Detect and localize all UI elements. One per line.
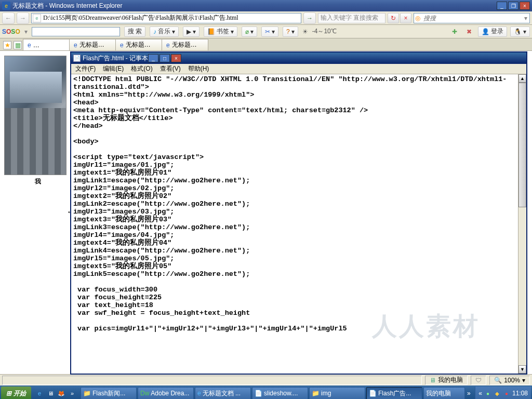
forward-button[interactable]: → bbox=[17, 12, 29, 24]
capture-button[interactable]: ✂▾ bbox=[261, 26, 278, 37]
scroll-up-button[interactable]: ▲ bbox=[518, 74, 526, 83]
scroll-down-button[interactable]: ▼ bbox=[518, 365, 526, 374]
notepad-minimize-button[interactable]: _ bbox=[148, 54, 158, 62]
restore-button[interactable]: ❐ bbox=[508, 2, 518, 10]
status-zone-mycomputer: 🖥我的电脑 bbox=[425, 376, 468, 385]
soso-dropdown-icon[interactable]: ▾ bbox=[24, 28, 28, 35]
tab-bar: ★ ▦ e… e无标题… e无标题… e无标题… bbox=[0, 38, 532, 51]
tab-page-icon: e bbox=[120, 42, 124, 49]
tab-4[interactable]: e无标题… bbox=[162, 39, 208, 50]
favorites-icon[interactable]: ★ bbox=[3, 41, 11, 49]
notepad-body: <!DOCTYPE html PUBLIC "-//W3C//DTD XHTML… bbox=[71, 74, 526, 374]
dw-icon: Dw bbox=[140, 390, 149, 397]
notepad-titlebar[interactable]: 📄 Flash广告.html - 记事本 _ □ × bbox=[71, 52, 526, 64]
tab-2[interactable]: e无标题… bbox=[69, 39, 116, 50]
url-input[interactable] bbox=[42, 14, 301, 22]
url-field-wrap: e bbox=[31, 13, 301, 23]
menu-edit[interactable]: 编辑(E) bbox=[100, 63, 127, 74]
address-bar: ← → e → 输入关键字 直接搜索 ↻ × ◎ ▾ bbox=[0, 11, 532, 25]
tray-record-icon[interactable]: ● bbox=[503, 390, 510, 397]
menu-view[interactable]: 查看(V) bbox=[157, 63, 184, 74]
toolbar-close-button[interactable]: ✖ bbox=[463, 26, 475, 37]
notepad-maximize-button[interactable]: □ bbox=[159, 54, 170, 62]
flash-preview: 我 bbox=[4, 56, 72, 188]
close-button[interactable]: × bbox=[520, 2, 530, 10]
ql-ie-icon[interactable]: e bbox=[34, 388, 45, 398]
soso-search-input[interactable] bbox=[32, 27, 120, 36]
flash-caption: 我 bbox=[4, 175, 72, 188]
zoom-control[interactable]: 🔍100%▾ bbox=[489, 376, 530, 385]
menu-file[interactable]: 文件(F) bbox=[72, 63, 99, 74]
ie-title-text: 无标题文档 - Windows Internet Explorer bbox=[12, 2, 122, 10]
scroll-thumb[interactable] bbox=[518, 83, 526, 207]
quick-launch: e 🖥 🦊 » bbox=[32, 388, 79, 398]
add-button[interactable]: ✚ bbox=[449, 26, 460, 37]
music-button[interactable]: ♪音乐▾ bbox=[150, 26, 179, 37]
ql-firefox-icon[interactable]: 🦊 bbox=[56, 388, 66, 398]
page-icon: e bbox=[33, 14, 41, 22]
minimize-button[interactable]: _ bbox=[497, 2, 507, 10]
ql-desktop-icon[interactable]: 🖥 bbox=[45, 388, 56, 398]
tray-volume-icon[interactable]: ● bbox=[484, 390, 491, 397]
status-message bbox=[2, 376, 422, 385]
task-mycomputer[interactable]: 我的电脑 bbox=[423, 387, 465, 399]
search-input[interactable] bbox=[421, 15, 522, 22]
soso-search-button[interactable]: 搜 索 bbox=[124, 26, 145, 37]
keyword-hint[interactable]: 输入关键字 直接搜索 bbox=[318, 13, 385, 23]
menu-format[interactable]: 格式(O) bbox=[128, 63, 155, 74]
tray-expand-button[interactable]: « bbox=[478, 390, 482, 397]
weather-text: -4～10℃ bbox=[312, 27, 337, 36]
task-img[interactable]: 📁img bbox=[309, 387, 365, 399]
folder-icon: 📁 bbox=[83, 390, 91, 397]
search-provider-icon: ◎ bbox=[415, 15, 420, 22]
task-ie-doc[interactable]: e无标题文档 ... bbox=[195, 387, 251, 399]
tab-page-icon: e bbox=[28, 42, 31, 49]
flash-image bbox=[4, 56, 66, 175]
refresh-button[interactable]: ↻ bbox=[388, 13, 399, 23]
page-button[interactable]: ?▾ bbox=[283, 26, 298, 37]
zoom-icon: 🔍 bbox=[494, 377, 502, 384]
file-icon: 📄 bbox=[255, 390, 262, 397]
login-button[interactable]: 👤登录 bbox=[478, 26, 507, 37]
system-tray: « ● ◆ ● 11:08 bbox=[475, 387, 531, 399]
notepad-close-button[interactable]: × bbox=[171, 54, 181, 62]
tray-shield-icon[interactable]: ◆ bbox=[494, 390, 501, 397]
go-button[interactable]: → bbox=[303, 12, 316, 24]
task-slideshow[interactable]: 📄slideshow.... bbox=[252, 387, 308, 399]
tab-2-label: 无标题… bbox=[79, 41, 104, 49]
ql-more-icon[interactable]: » bbox=[67, 388, 77, 398]
tab-1[interactable]: e… bbox=[23, 39, 70, 50]
block-button[interactable]: ⌀▾ bbox=[242, 26, 257, 37]
task-flash-news[interactable]: 📁Flash新闻... bbox=[81, 387, 137, 399]
tray-clock[interactable]: 11:08 bbox=[512, 390, 528, 397]
notepad-scrollbar[interactable]: ▲ ▼ bbox=[518, 74, 526, 374]
qq-button[interactable]: 🐧▾ bbox=[510, 26, 530, 37]
feeds-icon[interactable]: ▦ bbox=[14, 41, 22, 49]
search-dropdown-icon[interactable]: ▾ bbox=[524, 15, 527, 22]
stop-button[interactable]: × bbox=[400, 13, 411, 23]
tab-1-label: … bbox=[33, 42, 39, 49]
weather-icon: ☀ bbox=[302, 28, 308, 35]
status-protected: 🛡 bbox=[471, 376, 486, 385]
back-button[interactable]: ← bbox=[2, 12, 15, 24]
folder-icon: 📁 bbox=[312, 390, 320, 397]
task-flash-ad[interactable]: 📄Flash广告... bbox=[366, 387, 422, 399]
ie-task-icon: e bbox=[197, 390, 201, 397]
taskbar-overflow[interactable]: » bbox=[466, 390, 472, 397]
search-box: ◎ ▾ bbox=[414, 13, 530, 23]
notepad-textarea[interactable]: <!DOCTYPE html PUBLIC "-//W3C//DTD XHTML… bbox=[71, 74, 518, 374]
task-dreamweaver[interactable]: DwAdobe Drea... bbox=[138, 387, 194, 399]
ie-icon: e bbox=[2, 2, 10, 10]
ie-statusbar: 🖥我的电脑 🛡 🔍100%▾ bbox=[0, 374, 532, 385]
tab-page-icon: e bbox=[74, 42, 77, 49]
bookmark-button[interactable]: 📙书签▾ bbox=[204, 26, 237, 37]
tab-page-icon: e bbox=[166, 42, 170, 49]
menu-help[interactable]: 帮助(H) bbox=[185, 63, 212, 74]
tab-4-label: 无标题… bbox=[172, 41, 197, 49]
player-button[interactable]: ▶▾ bbox=[183, 26, 200, 37]
tab-3[interactable]: e无标题… bbox=[115, 39, 162, 50]
start-button[interactable]: ⊞开始 bbox=[1, 387, 31, 399]
soso-logo: SOSO bbox=[2, 28, 20, 35]
shield-icon: 🛡 bbox=[475, 377, 482, 384]
notepad-title-text: Flash广告.html - 记事本 bbox=[83, 54, 148, 63]
